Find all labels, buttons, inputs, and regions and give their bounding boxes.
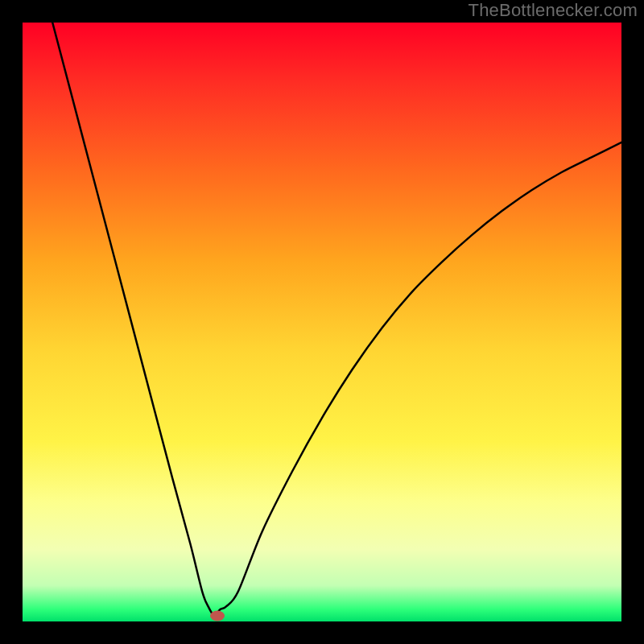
- watermark-label: TheBottlenecker.com: [469, 0, 638, 21]
- optimal-point-marker: [210, 610, 225, 621]
- plot-area: [23, 23, 621, 621]
- bottleneck-curve: [23, 23, 621, 621]
- chart-frame: TheBottlenecker.com: [0, 0, 644, 644]
